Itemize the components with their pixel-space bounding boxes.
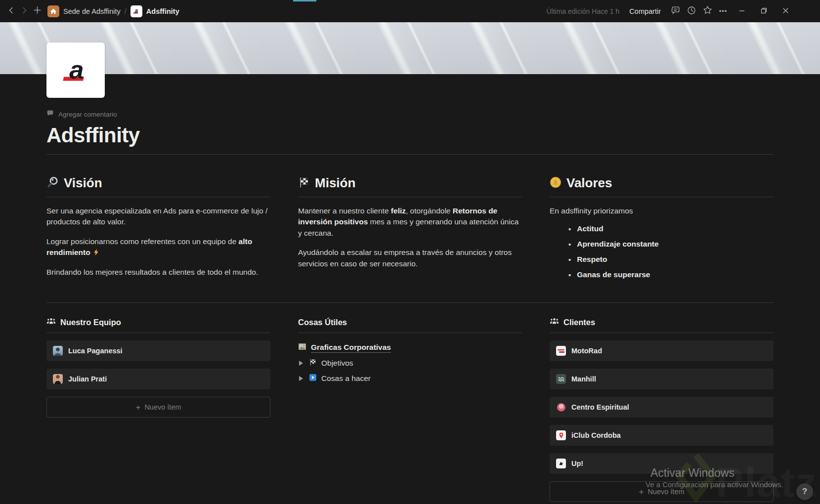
toggle-label: Cosas a hacer (321, 374, 371, 383)
last-edited-label: Última edición Hace 1 h (546, 7, 619, 15)
plus-icon: + (135, 403, 140, 412)
vision-paragraph-3[interactable]: Brindando los mejores resultados a clien… (46, 267, 270, 278)
valores-title: Valores (566, 175, 612, 191)
list-item[interactable]: •Ganas de superarse (568, 270, 774, 279)
divider (46, 154, 774, 155)
comment-bubble-icon (46, 110, 54, 119)
text: Mantener a nuestro cliente (298, 207, 391, 215)
new-client-item-button[interactable]: + Nuevo ítem (550, 481, 774, 502)
toggle-label: Objetivos (321, 359, 353, 368)
ellipsis-icon: ••• (719, 7, 728, 15)
vision-paragraph-1[interactable]: Ser una agencia especializada en Ads par… (46, 206, 270, 228)
list-item[interactable]: •Actitud (568, 224, 774, 233)
breadcrumb: Sede de Adsffinity / a Adsffinity (47, 5, 179, 17)
page-title[interactable]: Adsffinity (46, 124, 774, 147)
text: Ser una agencia especializada en Ads par… (46, 207, 267, 226)
cosas-title: Cosas Útiles (298, 318, 347, 327)
window-minimize-button[interactable] (731, 0, 753, 22)
add-comment-label: Agregar comentario (58, 111, 117, 118)
comments-button[interactable] (668, 4, 684, 19)
breadcrumb-page[interactable]: Adsffinity (146, 7, 179, 15)
section-cosas: Cosas Útiles Graficas Corporativas Objet… (298, 317, 522, 502)
list-item[interactable]: •Respeto (568, 255, 774, 264)
close-icon (782, 7, 789, 15)
client-card[interactable]: Manhill (550, 369, 774, 389)
play-button-icon (309, 374, 317, 383)
text: En adsffinity priorizamos (550, 207, 633, 215)
back-button[interactable] (5, 4, 18, 18)
help-button[interactable]: ? (796, 483, 813, 500)
bullet: • (568, 225, 571, 233)
valores-heading[interactable]: Valores (550, 175, 774, 191)
divider (46, 333, 270, 333)
new-tab-button[interactable] (31, 4, 43, 18)
equipo-heading[interactable]: Nuestro Equipo (46, 317, 270, 328)
section-clientes: Clientes MotoRad Manhill Centro Espiritu… (550, 317, 774, 502)
breadcrumb-separator: / (125, 7, 127, 15)
mision-title: Misión (315, 175, 355, 191)
client-card[interactable]: iClub Cordoba (550, 425, 774, 446)
forward-button[interactable] (18, 4, 31, 18)
cosas-list: Graficas Corporativas Objetivos Cosas a … (298, 340, 522, 386)
svg-text:a: a (135, 7, 138, 14)
plus-icon: + (639, 488, 644, 496)
mision-heading[interactable]: Misión (298, 175, 522, 191)
checkered-flag-icon (309, 358, 317, 368)
text: , otorgándole (406, 207, 453, 215)
toggle-cosas-a-hacer[interactable]: Cosas a hacer (298, 371, 371, 386)
bullet: • (568, 255, 571, 264)
team-member-card[interactable]: Julian Prati (46, 369, 270, 389)
section-vision: Visión Ser una agencia especializada en … (46, 175, 270, 286)
window-restore-button[interactable] (753, 0, 775, 22)
plus-icon (33, 6, 42, 16)
client-name: iClub Cordoba (571, 431, 621, 439)
cosas-heading[interactable]: Cosas Útiles (298, 317, 522, 328)
clientes-heading[interactable]: Clientes (550, 317, 774, 328)
share-button[interactable]: Compartir (629, 7, 661, 15)
divider (46, 302, 774, 303)
page-icon[interactable]: a (46, 42, 105, 98)
breadcrumb-root[interactable]: Sede de Adsffinity (63, 7, 121, 15)
more-options-button[interactable]: ••• (715, 4, 731, 19)
page-logo-icon[interactable]: a (130, 5, 142, 17)
vision-paragraph-2[interactable]: Lograr posicionarnos como referentes con… (46, 236, 270, 258)
history-button[interactable] (684, 4, 699, 19)
mision-paragraph-1[interactable]: Mantener a nuestro cliente feliz, otorgá… (298, 206, 522, 239)
client-card[interactable]: Up! (550, 453, 774, 474)
bold-text: feliz (391, 207, 406, 215)
iclub-pin-icon (556, 430, 566, 440)
toggle-objetivos[interactable]: Objetivos (298, 355, 353, 371)
add-comment-button[interactable]: Agregar comentario (46, 110, 117, 119)
vision-heading[interactable]: Visión (46, 175, 270, 191)
lightning-icon (92, 248, 100, 256)
list-item[interactable]: •Aprendizaje constante (568, 240, 774, 249)
valores-intro[interactable]: En adsffinity priorizamos (550, 206, 774, 216)
text: Ayudándolo a escalar su empresa a través… (298, 248, 512, 267)
valor-label: Ganas de superarse (577, 270, 650, 279)
question-mark: ? (802, 487, 807, 497)
team-member-card[interactable]: Luca Paganessi (46, 340, 270, 361)
toggle-triangle-icon[interactable] (299, 361, 303, 366)
comment-icon (671, 6, 680, 17)
window-close-button[interactable] (775, 0, 796, 22)
client-card[interactable]: MotoRad (550, 340, 774, 361)
client-name: Manhill (571, 375, 596, 383)
restore-icon (761, 7, 767, 15)
up-logo-icon (556, 459, 566, 468)
top-columns: Visión Ser una agencia especializada en … (46, 175, 774, 286)
checkered-flag-icon (298, 176, 310, 190)
clock-icon (687, 6, 696, 17)
client-card[interactable]: Centro Espiritual (550, 397, 774, 418)
member-name: Luca Paganessi (68, 347, 123, 355)
mision-paragraph-2[interactable]: Ayudándolo a escalar su empresa a través… (298, 247, 522, 269)
pink-circle (557, 403, 565, 412)
section-equipo: Nuestro Equipo Luca Paganessi Julian Pra… (46, 317, 270, 502)
equipo-title: Nuestro Equipo (60, 318, 121, 327)
page-link-graficas[interactable]: Graficas Corporativas (298, 340, 391, 355)
divider (46, 197, 270, 197)
favorite-button[interactable] (699, 4, 715, 19)
new-team-item-button[interactable]: + Nuevo ítem (46, 397, 270, 418)
chevron-right-icon (20, 6, 28, 16)
toggle-triangle-icon[interactable] (299, 376, 303, 381)
home-workspace-icon[interactable] (47, 5, 59, 17)
